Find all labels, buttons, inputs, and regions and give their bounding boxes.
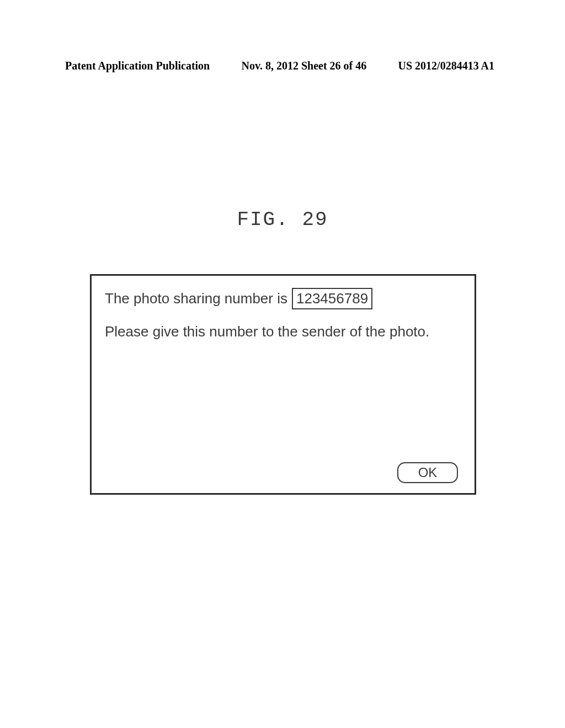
- ok-button[interactable]: OK: [397, 462, 458, 483]
- figure-label: FIG. 29: [0, 208, 565, 231]
- header-publication-type: Patent Application Publication: [65, 60, 210, 72]
- page-header: Patent Application Publication Nov. 8, 2…: [0, 60, 565, 72]
- header-date-sheet: Nov. 8, 2012 Sheet 26 of 46: [242, 60, 367, 72]
- sharing-number-value: 123456789: [292, 288, 372, 309]
- sharing-number-line: The photo sharing number is 123456789: [105, 288, 461, 309]
- header-publication-number: US 2012/0284413 A1: [398, 60, 494, 72]
- instruction-text: Please give this number to the sender of…: [105, 323, 461, 341]
- sharing-number-dialog: The photo sharing number is 123456789 Pl…: [90, 274, 476, 495]
- sharing-number-prefix-text: The photo sharing number is: [105, 290, 287, 307]
